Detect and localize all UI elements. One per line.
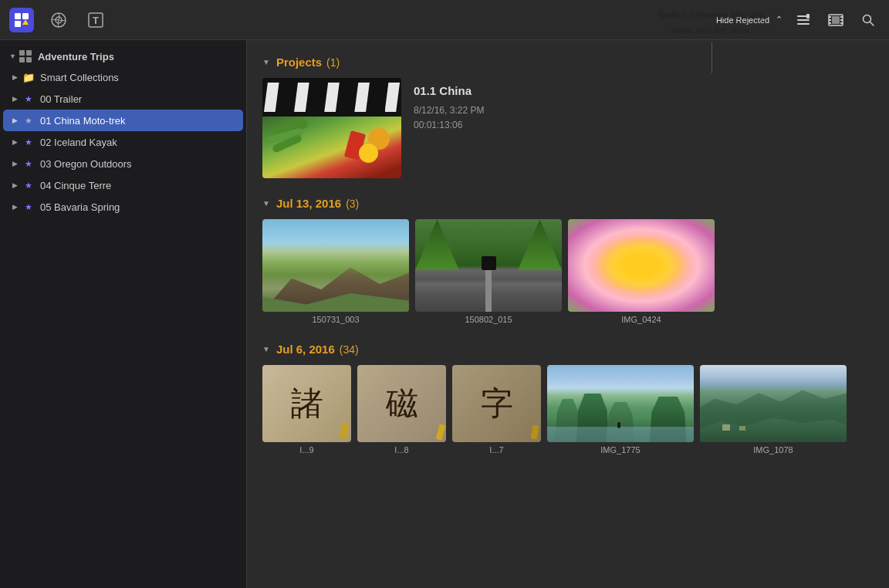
filmstrip-view-button[interactable] bbox=[824, 8, 847, 32]
svg-marker-3 bbox=[22, 19, 29, 25]
library-chevron: ▼ bbox=[9, 52, 16, 60]
jul13-chevron[interactable]: ▼ bbox=[262, 199, 270, 208]
folder-icon: 📁 bbox=[22, 70, 35, 84]
star-icon: ★ bbox=[22, 200, 35, 214]
chevron-icon: ▶ bbox=[9, 137, 20, 147]
project-thumbnail bbox=[262, 78, 401, 178]
svg-rect-15 bbox=[829, 22, 831, 24]
jul13-count: (3) bbox=[346, 198, 359, 210]
sidebar-item-00-trailer[interactable]: ▶ ★ 00 Trailer bbox=[3, 88, 243, 110]
media-label: IMG_0424 bbox=[568, 315, 715, 324]
chevron-icon: ▶ bbox=[9, 115, 20, 126]
project-info: 01.1 China 8/12/16, 3:22 PM 00:01:13:06 bbox=[414, 78, 874, 133]
media-label: I...9 bbox=[262, 445, 351, 455]
sidebar-item-smart-collections[interactable]: ▶ 📁 Smart Collections bbox=[3, 66, 243, 88]
titles-toolbar-button[interactable]: T bbox=[83, 8, 108, 32]
svg-rect-19 bbox=[832, 16, 840, 24]
sidebar-item-label: 01 China Moto-trek bbox=[40, 115, 126, 127]
media-thumbnail: 磁 bbox=[357, 365, 446, 442]
sidebar-item-03-oregon[interactable]: ▶ ★ 03 Oregon Outdoors bbox=[3, 153, 243, 174]
jul13-title: Jul 13, 2016 bbox=[276, 197, 341, 210]
svg-rect-18 bbox=[840, 22, 843, 24]
chevron-icon: ▶ bbox=[9, 72, 20, 83]
list-item[interactable]: 磁 I...8 bbox=[357, 365, 446, 455]
svg-text:T: T bbox=[93, 15, 99, 26]
jul6-section: ▼ Jul 6, 2016 (34) 諸 I...9 bbox=[262, 343, 874, 455]
jul6-header: ▼ Jul 6, 2016 (34) bbox=[262, 343, 874, 356]
list-item[interactable]: 字 I...7 bbox=[452, 365, 541, 455]
main-layout: ▼ Adventure Trips ▶ 📁 Smart Collections … bbox=[0, 40, 889, 588]
svg-rect-16 bbox=[840, 16, 843, 18]
sidebar-item-02-iceland[interactable]: ▶ ★ 02 Iceland Kayak bbox=[3, 131, 243, 153]
media-thumbnail bbox=[262, 219, 409, 312]
star-icon: ★ bbox=[22, 113, 35, 127]
chevron-icon: ▶ bbox=[9, 201, 20, 212]
projects-chevron[interactable]: ▼ bbox=[262, 58, 270, 66]
sidebar-item-label: 00 Trailer bbox=[40, 93, 82, 105]
tooltip-line2: view and list view. bbox=[627, 23, 796, 39]
svg-rect-14 bbox=[829, 19, 831, 21]
list-item[interactable]: 150731_003 bbox=[262, 219, 409, 324]
list-item[interactable]: 諸 I...9 bbox=[262, 365, 351, 455]
jul13-grid: 150731_003 bbox=[262, 219, 874, 324]
media-thumbnail: 字 bbox=[452, 365, 541, 442]
library-header[interactable]: ▼ Adventure Trips bbox=[3, 46, 243, 66]
star-icon: ★ bbox=[22, 157, 35, 171]
list-item[interactable]: IMG_0424 bbox=[568, 219, 715, 324]
project-name: 01.1 China bbox=[414, 84, 874, 97]
media-label: 150802_015 bbox=[415, 315, 562, 324]
tooltip-arrow bbox=[712, 42, 712, 73]
tooltip-line1: Switch between filmstrip bbox=[627, 8, 796, 23]
project-duration: 00:01:13:06 bbox=[414, 118, 874, 133]
library-grid-icon bbox=[19, 50, 32, 63]
sidebar-item-label: Smart Collections bbox=[40, 72, 119, 83]
svg-rect-13 bbox=[829, 16, 831, 18]
media-thumbnail bbox=[568, 219, 715, 312]
star-icon: ★ bbox=[22, 178, 35, 192]
sidebar-item-label: 05 Bavaria Spring bbox=[40, 201, 120, 213]
jul6-chevron[interactable]: ▼ bbox=[262, 345, 270, 353]
media-thumbnail bbox=[547, 365, 694, 442]
svg-rect-1 bbox=[22, 13, 29, 19]
star-icon: ★ bbox=[22, 135, 35, 149]
chevron-icon: ▶ bbox=[9, 158, 20, 169]
svg-rect-0 bbox=[15, 13, 21, 19]
list-item[interactable]: IMG_1078 bbox=[700, 365, 847, 455]
chevron-icon: ▶ bbox=[9, 93, 20, 104]
svg-line-21 bbox=[870, 22, 874, 25]
projects-title: Projects bbox=[276, 56, 322, 69]
music-toolbar-button[interactable] bbox=[46, 8, 71, 32]
tooltip: Switch between filmstrip view and list v… bbox=[611, 0, 812, 81]
jul6-title: Jul 6, 2016 bbox=[276, 343, 335, 356]
sidebar-item-label: 03 Oregon Outdoors bbox=[40, 158, 132, 170]
chevron-icon: ▶ bbox=[9, 180, 20, 191]
sidebar: ▼ Adventure Trips ▶ 📁 Smart Collections … bbox=[0, 40, 247, 588]
star-icon: ★ bbox=[22, 92, 35, 106]
library-toolbar-button[interactable] bbox=[9, 8, 34, 32]
media-label: I...7 bbox=[452, 445, 541, 455]
project-date: 8/12/16, 3:22 PM bbox=[414, 103, 874, 118]
search-button[interactable] bbox=[857, 8, 880, 32]
sidebar-item-label: 02 Iceland Kayak bbox=[40, 137, 117, 148]
jul13-header: ▼ Jul 13, 2016 (3) bbox=[262, 197, 874, 210]
sidebar-item-05-bavaria[interactable]: ▶ ★ 05 Bavaria Spring bbox=[3, 196, 243, 218]
svg-rect-2 bbox=[15, 21, 21, 27]
library-name: Adventure Trips bbox=[38, 51, 114, 63]
list-item[interactable]: 150802_015 bbox=[415, 219, 562, 324]
sidebar-item-01-china[interactable]: ▶ ★ 01 China Moto-trek bbox=[3, 110, 243, 131]
svg-rect-17 bbox=[840, 19, 843, 21]
media-thumbnail bbox=[415, 219, 562, 312]
sidebar-item-label: 04 Cinque Terre bbox=[40, 180, 111, 191]
media-label: IMG_1078 bbox=[700, 445, 847, 455]
sidebar-item-04-cinque[interactable]: ▶ ★ 04 Cinque Terre bbox=[3, 174, 243, 196]
media-thumbnail bbox=[700, 365, 847, 442]
media-thumbnail: 諸 bbox=[262, 365, 351, 442]
projects-count: (1) bbox=[326, 56, 340, 69]
list-item[interactable]: IMG_1775 bbox=[547, 365, 694, 455]
jul13-section: ▼ Jul 13, 2016 (3) 150731_003 bbox=[262, 197, 874, 324]
media-label: I...8 bbox=[357, 445, 446, 455]
jul6-grid: 諸 I...9 磁 I...8 bbox=[262, 365, 874, 455]
project-item[interactable]: 01.1 China 8/12/16, 3:22 PM 00:01:13:06 bbox=[262, 78, 874, 178]
toolbar-left: T bbox=[9, 8, 716, 32]
content-area: ▼ Projects (1) bbox=[247, 40, 889, 588]
